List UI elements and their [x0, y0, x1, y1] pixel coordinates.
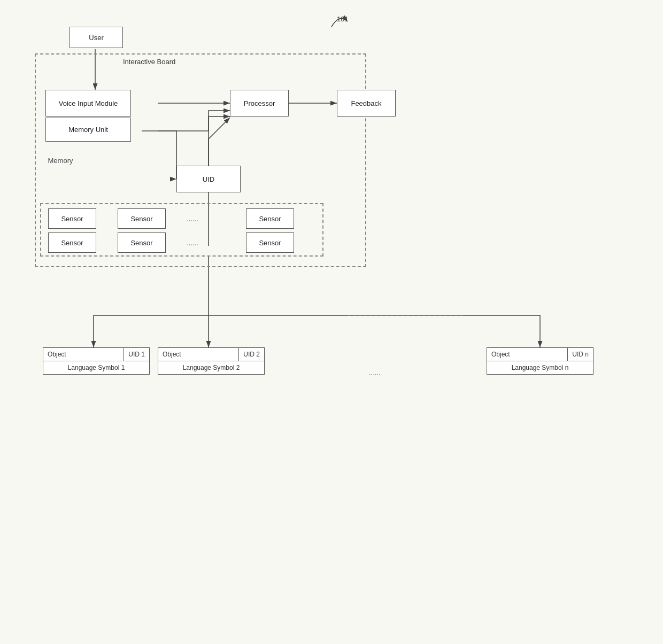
sensor-box-6: Sensor	[246, 232, 294, 253]
sensor-box-1: Sensor	[48, 208, 96, 229]
memory-unit-box: Memory Unit	[45, 118, 131, 142]
feedback-box: Feedback	[337, 90, 396, 117]
object-2-uid: UID 2	[238, 348, 264, 361]
object-3-label: Object	[487, 348, 567, 361]
diagram-container: 101 User Interactive Board Voice Input M…	[0, 0, 663, 644]
sensor-box-5: Sensor	[118, 232, 166, 253]
object-2-label: Object	[158, 348, 238, 361]
interactive-board-label: Interactive Board	[123, 58, 175, 66]
uid-box: UID	[176, 166, 241, 192]
sensor-box-2: Sensor	[118, 208, 166, 229]
object-1-uid: UID 1	[124, 348, 149, 361]
sensor-box-3: Sensor	[246, 208, 294, 229]
object-1-symbol: Language Symbol 1	[43, 361, 149, 374]
object-2: Object UID 2 Language Symbol 2	[158, 347, 265, 375]
object-3: Object UID n Language Symbol n	[487, 347, 593, 375]
object-1-label: Object	[43, 348, 124, 361]
sensor-dots-1: ......	[176, 215, 209, 223]
sensor-box-4: Sensor	[48, 232, 96, 253]
user-box: User	[70, 27, 123, 48]
processor-box: Processor	[230, 90, 289, 117]
objects-dots: ......	[369, 369, 381, 377]
ref-arrow-svg	[299, 11, 353, 32]
memory-label: Memory	[39, 157, 82, 165]
object-1: Object UID 1 Language Symbol 1	[43, 347, 150, 375]
sensor-dots-2: ......	[176, 239, 209, 247]
object-3-symbol: Language Symbol n	[487, 361, 593, 374]
object-3-uid: UID n	[567, 348, 593, 361]
voice-input-box: Voice Input Module	[45, 90, 131, 117]
object-2-symbol: Language Symbol 2	[158, 361, 264, 374]
